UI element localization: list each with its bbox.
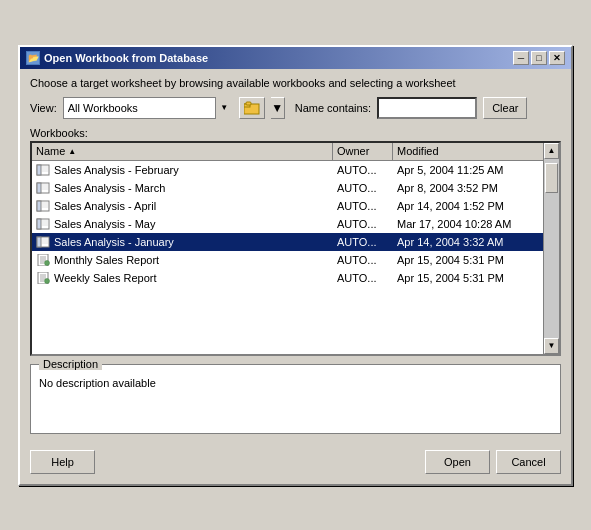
- svg-rect-14: [37, 201, 41, 211]
- bottom-buttons: Help Open Cancel: [20, 442, 571, 484]
- column-header-owner[interactable]: Owner: [333, 143, 393, 160]
- sort-icon: ▲: [68, 147, 76, 156]
- svg-rect-2: [246, 102, 251, 105]
- list-item[interactable]: Sales Analysis - March AUTO... Apr 8, 20…: [32, 179, 543, 197]
- list-item[interactable]: Monthly Sales Report AUTO... Apr 15, 200…: [32, 251, 543, 269]
- list-item[interactable]: Sales Analysis - January AUTO... Apr 14,…: [32, 233, 543, 251]
- cell-name: Monthly Sales Report: [32, 251, 333, 269]
- list-item[interactable]: Weekly Sales Report AUTO... Apr 15, 2004…: [32, 269, 543, 287]
- list-inner: Name ▲ Owner Modified Sales Analysis - F…: [32, 143, 543, 354]
- view-row: View: All Workbooks My Workbooks Shared …: [30, 97, 561, 119]
- view-label: View:: [30, 102, 57, 114]
- view-select[interactable]: All Workbooks My Workbooks Shared Workbo…: [63, 97, 233, 119]
- list-header: Name ▲ Owner Modified: [32, 143, 543, 161]
- scrollbar-up-button[interactable]: ▲: [544, 143, 559, 159]
- help-button[interactable]: Help: [30, 450, 95, 474]
- workbook-icon: [36, 164, 50, 176]
- workbook-icon: [36, 182, 50, 194]
- dialog-icon: 📂: [26, 51, 40, 65]
- list-item[interactable]: Sales Analysis - May AUTO... Mar 17, 200…: [32, 215, 543, 233]
- description-box: Description No description available: [30, 364, 561, 434]
- list-item[interactable]: Sales Analysis - April AUTO... Apr 14, 2…: [32, 197, 543, 215]
- cancel-button[interactable]: Cancel: [496, 450, 561, 474]
- cell-modified: Apr 14, 2004 1:52 PM: [393, 197, 543, 215]
- right-buttons: Open Cancel: [425, 450, 561, 474]
- cell-owner: AUTO...: [333, 161, 393, 179]
- cell-name: Sales Analysis - January: [32, 233, 333, 251]
- dropdown-arrow-button[interactable]: ▼: [271, 97, 285, 119]
- cell-name: Sales Analysis - February: [32, 161, 333, 179]
- workbooks-list-container: Name ▲ Owner Modified Sales Analysis - F…: [30, 141, 561, 356]
- cell-owner: AUTO...: [333, 233, 393, 251]
- cell-owner: AUTO...: [333, 215, 393, 233]
- svg-rect-4: [37, 165, 41, 175]
- scrollbar-track: [544, 159, 559, 338]
- list-item[interactable]: Sales Analysis - February AUTO... Apr 5,…: [32, 161, 543, 179]
- dialog-title: Open Workbook from Database: [44, 52, 208, 64]
- scrollbar-down-button[interactable]: ▼: [544, 338, 559, 354]
- description-legend: Description: [39, 358, 102, 370]
- workbook-icon: [36, 200, 50, 212]
- dialog: 📂 Open Workbook from Database ─ □ ✕ Choo…: [18, 45, 573, 486]
- workbook-icon: [36, 218, 50, 230]
- column-header-modified[interactable]: Modified: [393, 143, 543, 160]
- report-icon: [36, 254, 50, 266]
- title-bar-left: 📂 Open Workbook from Database: [26, 51, 208, 65]
- cell-modified: Apr 8, 2004 3:52 PM: [393, 179, 543, 197]
- folder-browse-icon: [244, 101, 260, 115]
- workbooks-label: Workbooks:: [30, 127, 561, 139]
- instruction-text: Choose a target worksheet by browsing av…: [30, 77, 561, 89]
- view-select-wrapper: All Workbooks My Workbooks Shared Workbo…: [63, 97, 233, 119]
- cell-name: Sales Analysis - March: [32, 179, 333, 197]
- open-button[interactable]: Open: [425, 450, 490, 474]
- dialog-content: Choose a target worksheet by browsing av…: [20, 69, 571, 442]
- workbook-icon: [36, 236, 50, 248]
- browse-icon-button[interactable]: [239, 97, 265, 119]
- cell-name: Weekly Sales Report: [32, 269, 333, 287]
- cell-name: Sales Analysis - April: [32, 197, 333, 215]
- cell-owner: AUTO...: [333, 269, 393, 287]
- close-button[interactable]: ✕: [549, 51, 565, 65]
- title-bar: 📂 Open Workbook from Database ─ □ ✕: [20, 47, 571, 69]
- scrollbar: ▲ ▼: [543, 143, 559, 354]
- minimize-button[interactable]: ─: [513, 51, 529, 65]
- svg-rect-24: [37, 237, 41, 247]
- cell-modified: Apr 14, 2004 3:32 AM: [393, 233, 543, 251]
- cell-modified: Apr 15, 2004 5:31 PM: [393, 269, 543, 287]
- cell-modified: Apr 5, 2004 11:25 AM: [393, 161, 543, 179]
- maximize-button[interactable]: □: [531, 51, 547, 65]
- cell-owner: AUTO...: [333, 251, 393, 269]
- svg-point-39: [45, 278, 50, 283]
- report-icon: [36, 272, 50, 284]
- cell-owner: AUTO...: [333, 197, 393, 215]
- list-rows: Sales Analysis - February AUTO... Apr 5,…: [32, 161, 543, 354]
- cell-modified: Mar 17, 2004 10:28 AM: [393, 215, 543, 233]
- column-header-name[interactable]: Name ▲: [32, 143, 333, 160]
- clear-button[interactable]: Clear: [483, 97, 527, 119]
- title-controls: ─ □ ✕: [513, 51, 565, 65]
- name-contains-input[interactable]: [377, 97, 477, 119]
- description-text: No description available: [31, 365, 560, 397]
- cell-modified: Apr 15, 2004 5:31 PM: [393, 251, 543, 269]
- cell-name: Sales Analysis - May: [32, 215, 333, 233]
- svg-rect-19: [37, 219, 41, 229]
- svg-rect-9: [37, 183, 41, 193]
- cell-owner: AUTO...: [333, 179, 393, 197]
- name-contains-label: Name contains:: [295, 102, 371, 114]
- svg-point-33: [45, 260, 50, 265]
- scrollbar-thumb[interactable]: [545, 163, 558, 193]
